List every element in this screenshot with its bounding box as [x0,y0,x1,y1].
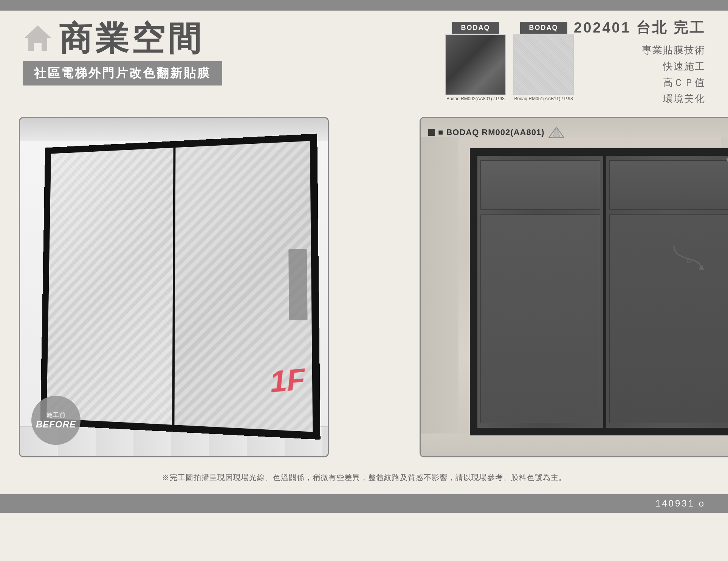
bottom-bar-text: 140931 o [655,498,705,509]
door-panel-bottom-left [480,214,600,423]
floor-marker: 1F [268,364,306,397]
door-panel-top-right [609,160,728,210]
title-block: 商業空間 社區電梯外門片改色翻新貼膜 [23,18,445,85]
before-badge-small: 施工前 [46,411,66,419]
swatch-caption-light: Bodaq RM051(AAB11) / P.98 [514,96,573,101]
main-title-row: 商業空間 [23,22,445,55]
project-date: 202401 台北 完工 [574,18,705,37]
elevator-door-right-after [606,156,728,428]
svg-marker-0 [25,25,51,51]
before-badge: 施工前 BEFORE [31,396,81,445]
info-item-1: 快速施工 [574,60,705,73]
product-label-text: ■ BODAQ RM002(AA801) [438,127,544,137]
bottom-bar: 140931 o [0,494,728,513]
arrow-overlay: 改造後 [659,226,719,272]
swatch-label-dark: BODAQ [452,22,499,34]
header-section: 商業空間 社區電梯外門片改色翻新貼膜 BODAQ Bodaq RM002(AA8… [0,11,728,109]
arrow-svg [666,242,712,272]
svg-point-2 [687,259,691,263]
door-left-texture [46,148,173,424]
elevator-door-after-container [477,156,728,428]
elevator-door-left-after [477,156,603,428]
before-photo-container: 1F 施工前 BEFORE [19,117,329,457]
elevator-after-wrapper: 1 3 [470,148,728,435]
svg-marker-4 [553,127,560,138]
footer-note: ※完工圖拍攝呈現因現場光線、色溫關係，稍微有些差異，整體紋路及質感不影響，請以現… [0,465,728,494]
swatch-image-light [513,34,574,95]
info-item-2: 高ＣＰ值 [574,76,705,89]
house-icon [23,23,53,54]
subtitle-text: 社區電梯外門片改色翻新貼膜 [34,66,211,80]
before-badge-large: BEFORE [36,419,76,430]
subtitle-bar: 社區電梯外門片改色翻新貼膜 [23,61,222,85]
door-dot [726,158,728,162]
wall-left-after [421,118,458,456]
door-panel-top-left [480,160,600,210]
product-label-overlay: ■ BODAQ RM002(AA801) [428,126,565,139]
main-wrapper: 商業空間 社區電梯外門片改色翻新貼膜 BODAQ Bodaq RM002(AA8… [0,11,728,494]
arrow-label: 改造後 [672,226,706,241]
info-list: 專業貼膜技術 快速施工 高ＣＰ值 環境美化 [574,44,705,106]
door-left-before [46,148,173,424]
swatch-caption-dark: Bodaq RM002(AA801) / P.98 [446,96,505,101]
control-panel-before [288,249,307,320]
product-square-icon [428,129,435,136]
swatch-item-dark: BODAQ Bodaq RM002(AA801) / P.98 [445,22,506,101]
brand-logo-icon [547,126,565,139]
swatches-block: BODAQ Bodaq RM002(AA801) / P.98 BODAQ Bo… [445,22,574,101]
after-photo-container: ■ BODAQ RM002(AA801) [420,117,728,457]
info-item-0: 專業貼膜技術 [574,44,705,57]
main-title: 商業空間 [59,22,204,55]
svg-marker-1 [699,265,704,270]
top-bar [0,0,728,11]
floor-after [421,434,728,456]
photos-section: 1F 施工前 BEFORE 改造後 [0,109,728,465]
swatch-item-light: BODAQ Bodaq RM051(AAB11) / P.98 [513,22,574,101]
info-block: 202401 台北 完工 專業貼膜技術 快速施工 高ＣＰ值 環境美化 [574,18,705,106]
swatch-image-dark [445,34,506,95]
swatch-label-light: BODAQ [520,22,567,34]
info-item-3: 環境美化 [574,92,705,106]
footer-note-text: ※完工圖拍攝呈現因現場光線、色溫關係，稍微有些差異，整體紋路及質感不影響，請以現… [162,473,567,482]
